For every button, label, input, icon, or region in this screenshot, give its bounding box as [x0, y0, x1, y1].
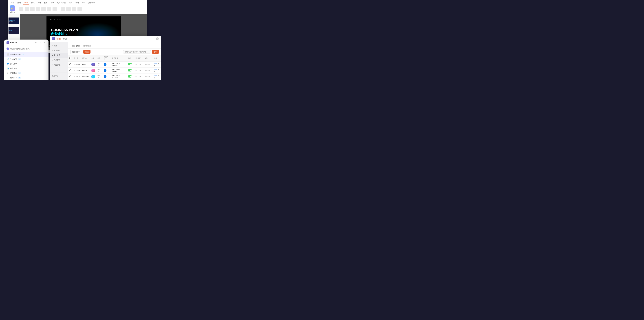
tab-user-management[interactable]: 用户管理 [70, 44, 82, 48]
tab-design[interactable]: 设计 [36, 1, 42, 5]
sidebar-item-resources[interactable]: 资源管理 [50, 63, 68, 67]
toolbar-icon-9[interactable] [66, 7, 71, 11]
search-btn[interactable]: 搜索 [152, 50, 159, 54]
reg-icon-2: 🌐 [104, 69, 106, 72]
menu-item-insert-diagram[interactable]: 🔷 插入图示 [4, 61, 48, 66]
window-close-btn[interactable]: ✕ [156, 37, 159, 40]
toolbar-icon-7[interactable] [52, 7, 57, 11]
avatar-2: E [90, 68, 96, 74]
table-row: #423123 Emma E 管理员 🌐 2023-09-31 09:44:03… [68, 68, 161, 74]
user-search-input[interactable] [123, 50, 151, 54]
sidebar-item-overview[interactable]: 概览 [50, 43, 68, 48]
islide-ai-title-text: iSlide AI [10, 42, 18, 44]
auth-toggle-2[interactable] [126, 68, 133, 74]
slide-title-chinese: 商业计划书 [51, 32, 67, 36]
menu-item-simplify-text[interactable]: — 精简文本 AI [4, 75, 48, 80]
toolbar-divider-1 [17, 6, 17, 13]
actions-2: 编辑 更多 [153, 68, 161, 74]
toolbar-icon-1[interactable] [19, 7, 24, 11]
tab-help[interactable]: 帮助 [80, 1, 86, 5]
toolbar-icon-4[interactable] [36, 7, 40, 11]
avatar-img-3: C [91, 75, 95, 79]
toggle-on-2[interactable] [128, 69, 132, 72]
upload-auth-3: 私有、公有 - [133, 74, 144, 80]
toolbar-icon-11[interactable] [78, 7, 82, 11]
sidebar-item-help[interactable]: 帮助中心 [50, 74, 68, 79]
user-mgmt-logo: iSlide [52, 37, 61, 40]
row-select-3[interactable] [70, 76, 71, 77]
toolbar-icon-5[interactable] [41, 7, 46, 11]
tab-view[interactable]: 视图 [74, 1, 80, 5]
sidebar-label-help: 帮助中心 [52, 75, 58, 77]
col-actions: 操作 [153, 55, 161, 62]
sidebar-item-account[interactable]: 账户信息 [50, 48, 68, 53]
edit-btn-2[interactable]: 编辑 [154, 69, 157, 70]
avatar-img-2: E [91, 69, 95, 72]
new-user-btn[interactable]: 新建 [83, 50, 90, 54]
tab-invite-management[interactable]: 邀请管理 [82, 44, 93, 48]
tab-transition[interactable]: 切换 [43, 1, 49, 5]
menu-item-generate-ppt[interactable]: ⬜ 一键生成 PPT AI [4, 52, 48, 57]
menu-item-generate-outline[interactable]: 📄 生成单页 AI [4, 57, 48, 61]
user-id-1: #839039 [72, 62, 81, 68]
col-type: 类型 [96, 55, 102, 62]
batch-operations-btn[interactable]: 批量操作 ▾ [70, 50, 82, 54]
slide-thumb-1[interactable]: BUSINESS PLAN 商业计划书 [8, 17, 19, 24]
user-mgmt-actions: 批量操作 ▾ 新建 搜索 [68, 49, 161, 55]
islide-ai-controls: ⊕ ? ✕ [34, 41, 46, 44]
tab-review[interactable]: 审阅 [68, 1, 74, 5]
auth-toggle-3[interactable] [126, 74, 133, 80]
row-select-1[interactable] [70, 63, 71, 65]
toolbar-icon-8[interactable] [61, 7, 65, 11]
sidebar-item-contact[interactable]: 联系客服 [50, 79, 68, 80]
tab-islide[interactable]: iSlide [22, 1, 29, 5]
col-reg-method: 注册方式 [102, 55, 111, 62]
toolbar-icon-2[interactable] [25, 7, 29, 11]
menu-item-insert-chart[interactable]: 📊 插入图表 [4, 66, 48, 71]
islide-menu-list: ⬜ 一键生成 PPT AI 📄 生成单页 AI 🔷 插入图示 📊 插入图表 ≡ … [4, 52, 48, 80]
row-select-2[interactable] [70, 70, 71, 71]
user-table: 用户ID 用户名 头像 类型 注册方式 最后登录 授权 上传授权 备注 操作 [68, 55, 161, 80]
menu-label-simplify-text: 精简文本 [10, 77, 17, 79]
menu-item-expand-text[interactable]: ≡ 扩充文本 AI [4, 71, 48, 75]
avatar-4: B [90, 80, 96, 80]
actions-4: 编辑 更多 [153, 80, 161, 80]
username-4: Benjamin [81, 80, 90, 80]
islide-ai-toolbar[interactable]: ✨ iSlide AI [10, 6, 15, 13]
actions-1: 编辑 更多 [153, 62, 161, 68]
sidebar-label-contact: 联系客服 [52, 80, 58, 80]
tab-animation[interactable]: 动画 [50, 1, 55, 5]
islide-pin-btn[interactable]: ⊕ [34, 41, 38, 44]
islide-logo-mark [52, 37, 55, 40]
slide-thumb-2[interactable]: CONTENTS [8, 27, 19, 34]
sidebar-item-orders[interactable]: 订单管理 [50, 58, 68, 63]
islide-close-btn[interactable]: ✕ [43, 41, 46, 44]
toolbar-icons-group [19, 7, 57, 11]
islide-ai-title-group: ✦ iSlide AI [6, 41, 18, 44]
edit-btn-3[interactable]: 编辑 [154, 75, 157, 76]
nav-dot-users [52, 55, 53, 56]
tab-file[interactable]: 文件 [10, 1, 16, 5]
islide-question-icon [6, 48, 9, 50]
upload-auth-1: 私有、公有 - [133, 62, 144, 68]
islide-help-btn[interactable]: ? [39, 41, 42, 44]
breadcrumb: 概览 [63, 38, 67, 40]
username-1: Ethan [81, 62, 90, 68]
tab-slideshow[interactable]: 幻灯片放映 [56, 1, 67, 5]
edit-btn-1[interactable]: 编辑 [154, 63, 157, 64]
select-all-checkbox[interactable] [70, 57, 71, 59]
toolbar-icon-3[interactable] [30, 7, 34, 11]
tab-insert[interactable]: 插入 [30, 1, 36, 5]
toolbar-icon-6[interactable] [47, 7, 51, 11]
sidebar-item-users[interactable]: 用户管理 [50, 53, 68, 58]
user-id-2: #423123 [72, 68, 81, 74]
tab-ops[interactable]: 操作说明 [87, 1, 96, 5]
toggle-on-1[interactable] [128, 63, 132, 66]
auth-toggle-4[interactable] [126, 80, 133, 80]
toggle-on-3[interactable] [128, 75, 132, 78]
toolbar-icon-10[interactable] [72, 7, 76, 11]
tab-start[interactable]: 开始 [16, 1, 22, 5]
col-user-id: 用户ID [72, 55, 81, 62]
row-checkbox [68, 68, 72, 74]
auth-toggle-1[interactable] [126, 62, 133, 68]
